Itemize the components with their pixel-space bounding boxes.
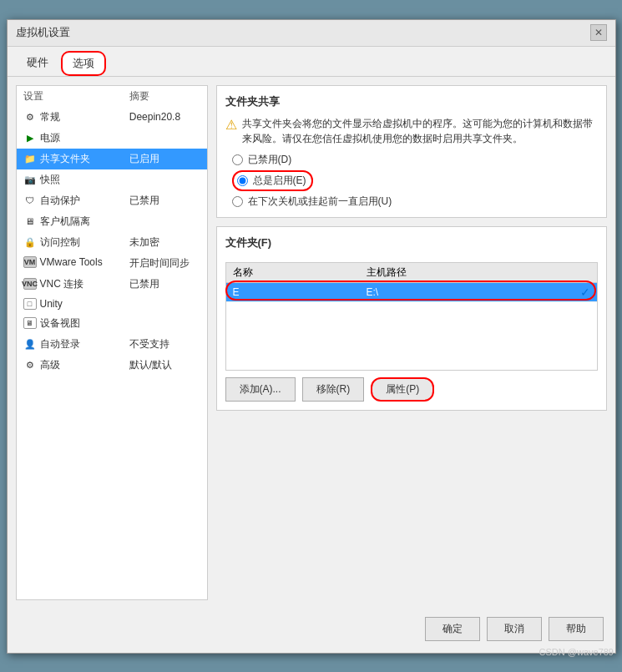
table-row[interactable]: E E:\ ✓ [226, 282, 597, 301]
autologin-icon: 👤 [23, 338, 37, 350]
warning-row: ⚠ 共享文件夹会将您的文件显示给虚拟机中的程序。这可能为您的计算机和数据带来风险… [225, 116, 598, 146]
warning-icon: ⚠ [225, 117, 237, 133]
row-vmware-tools-label: VMVMware Tools [17, 253, 123, 271]
folder-table: 名称 主机路径 E E:\ ✓ [226, 263, 597, 302]
help-button[interactable]: 帮助 [549, 617, 604, 641]
row-advanced[interactable]: ⚙高级 默认/默认 [17, 355, 207, 376]
row-general-summary: Deepin20.8 [123, 107, 207, 128]
row-advanced-summary: 默认/默认 [123, 355, 207, 376]
access-control-icon: 🔒 [23, 236, 37, 248]
row-autoprotect-summary: 已禁用 [123, 190, 207, 211]
row-general[interactable]: ⚙常规 Deepin20.8 [17, 107, 207, 128]
row-unity-summary [123, 295, 207, 313]
col-check [574, 263, 597, 283]
radio-group: 已禁用(D) 总是启用(E) 在下次关机或挂起前一直启用(U) [232, 153, 598, 209]
row-autoprotect[interactable]: 🛡自动保护 已禁用 [17, 190, 207, 211]
col-settings: 设置 [17, 86, 123, 107]
row-device-view-label: 🖥设备视图 [17, 313, 123, 334]
tab-bar: 硬件 选项 [8, 47, 615, 77]
radio-until-off[interactable]: 在下次关机或挂起前一直启用(U) [232, 195, 598, 209]
folder-section: 文件夹(F) 名称 主机路径 [216, 226, 607, 411]
row-access-control-label: 🔒访问控制 [17, 232, 123, 253]
power-icon: ▶ [23, 132, 37, 144]
cancel-button[interactable]: 取消 [487, 617, 542, 641]
vmware-tools-icon: VM [23, 256, 37, 268]
row-device-view[interactable]: 🖥设备视图 [17, 313, 207, 334]
folder-buttons: 添加(A)... 移除(R) 属性(P) [225, 377, 598, 402]
row-unity-label: □Unity [17, 295, 123, 313]
ok-button[interactable]: 确定 [425, 617, 480, 641]
row-vnc[interactable]: VNCVNC 连接 已禁用 [17, 274, 207, 295]
row-device-view-summary [123, 313, 207, 334]
folder-check-cell: ✓ [574, 282, 597, 301]
row-autologin-summary: 不受支持 [123, 334, 207, 355]
row-shared-folders[interactable]: 📁共享文件夹 已启用 [17, 149, 207, 169]
row-access-control-summary: 未加密 [123, 232, 207, 253]
folder-table-wrapper: 名称 主机路径 E E:\ ✓ [225, 257, 598, 371]
device-view-icon: 🖥 [23, 317, 37, 329]
warning-text: 共享文件夹会将您的文件显示给虚拟机中的程序。这可能为您的计算机和数据带来风险。请… [242, 116, 598, 146]
vm-settings-dialog: 虚拟机设置 ✕ 硬件 选项 设置 摘要 ⚙常规 Deepin20.8 [7, 19, 616, 654]
row-autoprotect-label: 🛡自动保护 [17, 190, 123, 211]
row-vmware-tools[interactable]: VMVMware Tools 开启时间同步 [17, 253, 207, 274]
snapshot-icon: 📷 [23, 174, 37, 185]
folder-name-cell: E [226, 282, 360, 301]
folder-table-container: 名称 主机路径 E E:\ ✓ [225, 262, 598, 371]
row-vmware-tools-summary: 开启时间同步 [123, 253, 207, 274]
folder-path-cell: E:\ [360, 282, 574, 301]
radio-until-off-input[interactable] [232, 196, 243, 207]
row-vnc-summary: 已禁用 [123, 274, 207, 295]
row-guest-isolation-summary [123, 211, 207, 232]
row-autologin[interactable]: 👤自动登录 不受支持 [17, 334, 207, 355]
radio-always[interactable]: 总是启用(E) [232, 170, 313, 191]
folder-sharing-title: 文件夹共享 [225, 94, 598, 109]
row-autologin-label: 👤自动登录 [17, 334, 123, 355]
general-icon: ⚙ [23, 111, 37, 123]
radio-disabled-label: 已禁用(D) [248, 153, 292, 167]
row-power-label: ▶电源 [17, 128, 123, 149]
advanced-icon: ⚙ [23, 359, 37, 371]
radio-always-input[interactable] [237, 175, 248, 186]
row-shared-folders-label: 📁共享文件夹 [17, 149, 123, 169]
row-guest-isolation[interactable]: 🖥客户机隔离 [17, 211, 207, 232]
row-advanced-label: ⚙高级 [17, 355, 123, 376]
radio-until-off-label: 在下次关机或挂起前一直启用(U) [248, 195, 392, 209]
autoprotect-icon: 🛡 [23, 195, 37, 206]
row-shared-folders-summary: 已启用 [123, 149, 207, 169]
row-access-control[interactable]: 🔒访问控制 未加密 [17, 232, 207, 253]
title-bar: 虚拟机设置 ✕ [8, 20, 615, 47]
col-name: 名称 [226, 263, 360, 283]
remove-button[interactable]: 移除(R) [302, 377, 365, 402]
shared-folder-icon: 📁 [23, 153, 37, 164]
row-power-summary [123, 128, 207, 149]
row-general-label: ⚙常规 [17, 107, 123, 128]
col-summary: 摘要 [123, 86, 207, 107]
col-host-path: 主机路径 [360, 263, 574, 283]
bottom-buttons: 确定 取消 帮助 [8, 609, 615, 653]
watermark: CSDN @wave789 [539, 647, 614, 657]
unity-icon: □ [23, 298, 37, 310]
folder-sharing-section: 文件夹共享 ⚠ 共享文件夹会将您的文件显示给虚拟机中的程序。这可能为您的计算机和… [216, 85, 607, 218]
checkmark-icon: ✓ [580, 285, 590, 299]
row-snapshots-summary [123, 169, 207, 190]
row-unity[interactable]: □Unity [17, 295, 207, 313]
radio-disabled-input[interactable] [232, 154, 243, 165]
add-button[interactable]: 添加(A)... [225, 377, 296, 402]
tab-hardware[interactable]: 硬件 [16, 51, 59, 76]
row-vnc-label: VNCVNC 连接 [17, 274, 123, 295]
right-panel: 文件夹共享 ⚠ 共享文件夹会将您的文件显示给虚拟机中的程序。这可能为您的计算机和… [216, 85, 607, 600]
row-power[interactable]: ▶电源 [17, 128, 207, 149]
dialog-title: 虚拟机设置 [16, 25, 70, 40]
settings-table: 设置 摘要 ⚙常规 Deepin20.8 ▶电源 📁共享文件夹 [17, 86, 207, 376]
left-panel: 设置 摘要 ⚙常规 Deepin20.8 ▶电源 📁共享文件夹 [16, 85, 208, 600]
radio-disabled[interactable]: 已禁用(D) [232, 153, 598, 167]
close-button[interactable]: ✕ [590, 24, 607, 41]
guest-isolation-icon: 🖥 [23, 215, 37, 227]
folder-section-title: 文件夹(F) [225, 235, 598, 250]
radio-always-label: 总是启用(E) [253, 174, 306, 188]
properties-button[interactable]: 属性(P) [371, 377, 434, 402]
row-guest-isolation-label: 🖥客户机隔离 [17, 211, 123, 232]
vnc-icon: VNC [23, 278, 37, 290]
tab-options[interactable]: 选项 [61, 51, 106, 76]
row-snapshots[interactable]: 📷快照 [17, 169, 207, 190]
